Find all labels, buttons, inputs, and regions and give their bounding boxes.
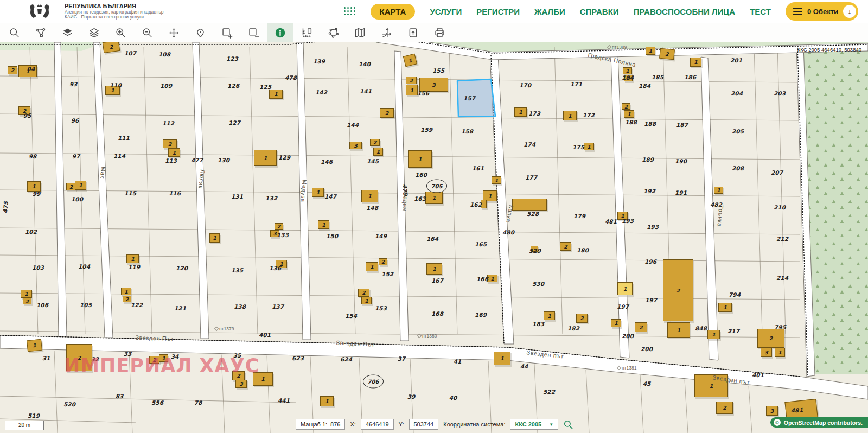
parcel-label: 174 [524, 141, 535, 148]
export-icon [407, 27, 419, 39]
nav-uslugi[interactable]: УСЛУГИ [430, 7, 462, 16]
objects-button[interactable]: 0 Обекти ↓ [786, 2, 858, 21]
building: 1 [667, 322, 690, 338]
parcel-label: 114 [113, 152, 125, 159]
coat-of-arms-logo [28, 2, 51, 21]
parcel-label: 401 [259, 332, 271, 338]
parcel-label: 135 [231, 267, 243, 273]
measure-length-tool[interactable] [293, 23, 320, 42]
map-canvas[interactable]: 2121211213221132112111111111112211211123… [0, 42, 868, 433]
parcel-label: 99 [33, 190, 41, 197]
layers-filled-tool[interactable] [54, 23, 81, 42]
objects-count-label: 0 Обекти [807, 8, 838, 16]
parcel-label: 205 [732, 128, 744, 135]
download-icon[interactable]: ↓ [843, 5, 856, 18]
parcel-label: 136 [269, 265, 281, 271]
parcel-label: 45 [643, 380, 651, 387]
parcel-label: 133 [277, 232, 289, 238]
parcel-label: 480 [502, 229, 514, 235]
parcel-label: 794 [729, 291, 741, 298]
info-icon [275, 27, 286, 39]
building: 1 [494, 352, 510, 365]
parcel-label: 157 [463, 95, 475, 101]
location-pin-tool[interactable] [187, 23, 214, 42]
street-label: Звезден Път [336, 339, 375, 348]
scale-bar: 20 m [5, 421, 44, 430]
parcel-label: 184 [622, 74, 634, 81]
nav-test[interactable]: ТЕСТ [750, 7, 771, 16]
search-tool[interactable] [1, 23, 28, 42]
print-tool[interactable] [426, 23, 453, 42]
parcel-label: 183 [532, 321, 544, 327]
parcel-label: 481 [605, 218, 617, 225]
building: 1 [487, 275, 497, 282]
building: 2 [406, 77, 417, 84]
identify-network-tool[interactable] [28, 23, 54, 42]
zoom-in-tool[interactable] [107, 23, 134, 42]
layers-filled-icon [62, 27, 73, 39]
parcel-label: 167 [431, 277, 443, 284]
building: 1 [690, 58, 701, 67]
measure-area-tool[interactable] [320, 23, 347, 42]
select-rect-add-tool[interactable] [214, 23, 240, 42]
y-coordinate-field[interactable]: 503744 [409, 419, 439, 430]
nav-pravosposobni-litsa[interactable]: ПРАВОСПОСОБНИ ЛИЦА [634, 7, 736, 16]
crs-label: Координатна система: [443, 421, 505, 428]
crs-dropdown[interactable]: ККС 2005 ▼ [510, 419, 558, 430]
apps-grid-icon[interactable] [344, 7, 356, 16]
parcel-label: 158 [461, 128, 473, 135]
parcel-label: 207 [771, 169, 783, 176]
map-toolbar [0, 23, 868, 43]
nav-zhalbi[interactable]: ЖАЛБИ [534, 7, 565, 16]
parcel-label: 132 [265, 195, 277, 201]
org-subtitle-2: КАИС - Портал за електронни услуги [65, 15, 164, 20]
building: 3 [761, 348, 772, 357]
building: 1 [611, 319, 621, 327]
parcel-label: 100 [71, 196, 83, 202]
parcel-label: 210 [774, 204, 786, 211]
brand-divider [58, 3, 58, 20]
parcel-label: 112 [162, 120, 174, 126]
street-label: Градска Поляна [587, 52, 636, 68]
street-label: Медуза [299, 180, 308, 203]
layers-stack-tool[interactable] [81, 23, 107, 42]
parcel-label: 44 [520, 363, 528, 370]
nav-spravki[interactable]: СПРАВКИ [580, 7, 619, 16]
y-label: Y: [399, 421, 404, 428]
osm-attribution: © OpenStreetMap contributors. [770, 417, 868, 428]
pan-tool[interactable] [161, 23, 187, 42]
x-coordinate-field[interactable]: 4646419 [361, 419, 394, 430]
parcel-label: 556 [151, 399, 163, 406]
export-tool[interactable] [400, 23, 426, 42]
building: 1 [254, 150, 277, 166]
cursor-coordinates-readout: ККС 2005 4646410, 503840 [797, 47, 861, 53]
building: 2 [663, 259, 693, 321]
parcel-label: 116 [169, 190, 181, 196]
building: 1 [426, 263, 442, 275]
building: 2 [379, 258, 387, 265]
select-rect-remove-tool[interactable] [240, 23, 267, 42]
zoom-out-tool[interactable] [134, 23, 161, 42]
parcel-label: 130 [218, 157, 229, 163]
parcel-label: 147 [324, 193, 336, 200]
parcel-label: 193 [622, 218, 634, 224]
parcel-label: 203 [774, 90, 786, 97]
info-tool[interactable] [267, 23, 293, 42]
parcel-label: 105 [80, 302, 92, 308]
coordinates-tool[interactable] [373, 23, 400, 42]
parcel-label: 401 [752, 372, 764, 378]
building: 1 [209, 233, 220, 243]
coordinate-search-icon[interactable] [563, 419, 573, 430]
scale-box[interactable]: Мащаб 1: 876 [296, 419, 345, 430]
parcel-label: 96 [71, 117, 79, 124]
zoom-in-icon [115, 27, 126, 39]
parcel-label: 108 [158, 51, 170, 58]
parcel-label: 520 [63, 401, 75, 407]
parcel-label: 204 [731, 90, 743, 97]
nav-registri[interactable]: РЕГИСТРИ [476, 7, 520, 16]
parcel-label: 529 [529, 247, 541, 254]
parcel-label: 193 [647, 224, 659, 230]
map-sheet-tool[interactable] [347, 23, 373, 42]
parcel-label: 111 [118, 135, 130, 141]
nav-karta[interactable]: КАРТА [371, 4, 416, 20]
